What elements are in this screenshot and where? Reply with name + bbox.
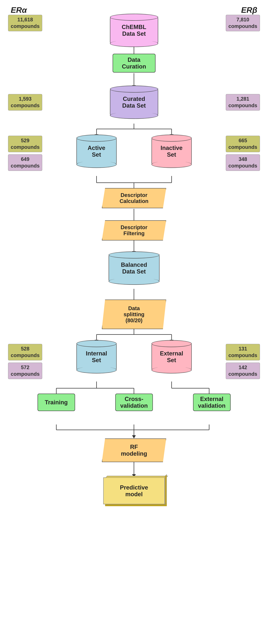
diagram-container: ERα ERβ ChEMBL Data Set 11,618 compounds…: [0, 0, 268, 644]
era-header-label: ERα: [11, 5, 27, 15]
erb-curated-badge: 1,281 compounds: [226, 94, 260, 110]
chembl-dataset: ChEMBL Data Set: [110, 17, 158, 44]
data-curation: Data Curation: [113, 54, 155, 72]
erb-external-badge: 142 compounds: [226, 362, 260, 379]
external-validation: External validation: [193, 394, 231, 411]
balanced-dataset: Balanced Data Set: [109, 255, 159, 282]
erb-inactive-badge: 348 compounds: [226, 154, 260, 171]
erb-header-label: ERβ: [241, 5, 257, 15]
svg-marker-44: [132, 435, 136, 438]
descriptor-filtering: Descriptor Filtering: [102, 220, 166, 240]
predictive-model: Predictive model: [103, 478, 165, 504]
era-curated-badge: 1,593 compounds: [8, 94, 42, 110]
active-set: Active Set: [76, 138, 117, 165]
internal-set: Internal Set: [76, 343, 117, 370]
descriptor-calculation: Descriptor Calculation: [102, 188, 166, 208]
era-active-badge: 529 compounds: [8, 136, 42, 152]
curated-dataset: Curated Data Set: [110, 89, 158, 116]
data-splitting: Data splitting (80/20): [102, 300, 166, 329]
era-external-badge: 131 compounds: [226, 344, 260, 360]
era-inactive-badge: 665 compounds: [226, 136, 260, 152]
external-set: External Set: [151, 343, 192, 370]
inactive-set: Inactive Set: [151, 138, 192, 165]
era-chembl-badge: 11,618 compounds: [8, 15, 42, 31]
training: Training: [37, 394, 75, 411]
erb-internal-badge: 572 compounds: [8, 362, 42, 379]
erb-active-badge: 649 compounds: [8, 154, 42, 171]
era-internal-badge: 528 compounds: [8, 344, 42, 360]
cross-validation: Cross- validation: [115, 394, 153, 411]
rf-modeling: RF modeling: [102, 438, 166, 462]
erb-chembl-badge: 7,810 compounds: [226, 15, 260, 31]
